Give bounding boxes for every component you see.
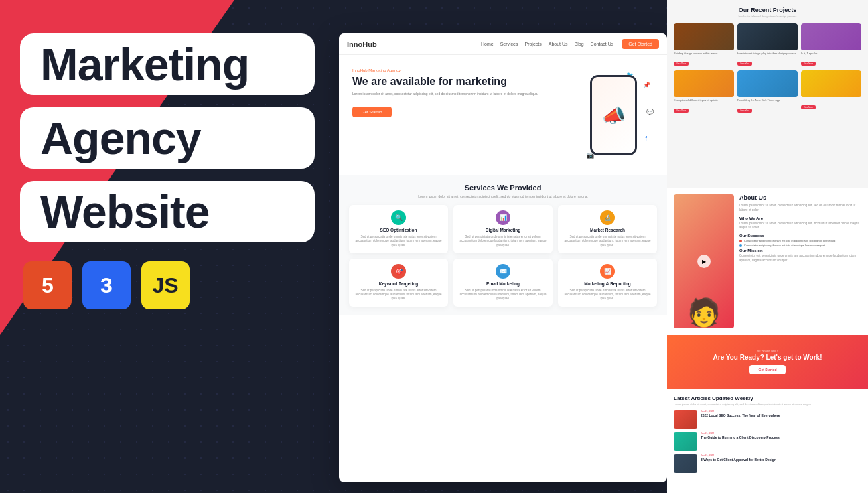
nav-about[interactable]: About Us — [549, 42, 568, 46]
seo-icon: 🔍 — [391, 210, 406, 225]
about-image: 🧑 ▶ — [674, 194, 734, 328]
about-text: About Us Lorem ipsum dolor sit amet, con… — [739, 194, 861, 328]
nav-home[interactable]: Home — [481, 42, 494, 46]
hero-description: Lorem ipsum dolor sit amet, consectetur … — [352, 92, 567, 97]
service-card-market: 🔬 Market Research Sed ut perspiciatis un… — [558, 205, 657, 253]
hero-text: InnoHub Marketing Agency We are availabl… — [352, 68, 567, 117]
article-title-1[interactable]: 2022 Local SEO Success: The Year of Ever… — [701, 413, 861, 418]
articles-subtitle: Lorem ipsum dolor sit amet, consectetur … — [674, 403, 861, 406]
nav-blog[interactable]: Blog — [575, 42, 584, 46]
service-market-desc: Sed ut perspiciatis unde omnis iste natu… — [563, 235, 652, 248]
email-icon: ✉️ — [496, 264, 510, 279]
pinterest-icon: 📌 — [643, 82, 650, 88]
article-title-2[interactable]: The Guide to Running a Client Discovery … — [701, 435, 861, 440]
service-seo-desc: Sed ut perspiciatis unde omnis iste natu… — [354, 235, 443, 248]
article-item-3: Jun 21, 2022 3 Ways to Get Client Approv… — [674, 454, 861, 473]
service-seo-name: SEO Optimization — [354, 228, 443, 232]
js-icon: JS — [141, 261, 190, 309]
service-card-keyword: 🎯 Keyword Targeting Sed ut perspiciatis … — [349, 259, 448, 307]
article-date-2: Jun 21, 2022 — [701, 432, 861, 435]
project-link-3[interactable]: View More — [801, 62, 816, 66]
cta-panel: So What is Next? Are You Ready? Let's ge… — [667, 335, 868, 389]
left-panel: Marketing Agency Website 5 3 JS — [20, 33, 315, 309]
success-item-2: Consectetur adipiscing thonam est toto e… — [739, 244, 861, 247]
market-icon: 🔬 — [600, 210, 615, 225]
cta-button[interactable]: Get Started — [749, 365, 786, 374]
services-section: Services We Provided Lorem ipsum dolor s… — [339, 175, 667, 315]
project-item-4: Examples of different types of sprints V… — [674, 70, 734, 114]
digital-icon: 📊 — [496, 210, 510, 225]
tech-icons-row: 5 3 JS — [20, 261, 315, 309]
articles-panel: Latest Articles Updated Weekly Lorem ips… — [667, 389, 868, 493]
keyword-icon: 🎯 — [391, 264, 406, 279]
project-img-2 — [737, 23, 798, 50]
mission-text: Consectetur est perspiciatis unde omnis … — [739, 254, 861, 263]
person-illustration: 🧑 — [687, 297, 721, 328]
project-caption-1: Building design process within teams — [674, 52, 734, 55]
nav-cta-button[interactable]: Get Started — [622, 39, 659, 49]
project-link-1[interactable]: View More — [674, 62, 689, 66]
phone-screen: 📣 — [592, 77, 635, 153]
project-caption-2: How internet brings play into their desi… — [737, 52, 798, 55]
service-reporting-desc: Sed ut perspiciatis unde omnis iste natu… — [563, 289, 652, 301]
article-info-2: Jun 21, 2022 The Guide to Running a Clie… — [701, 432, 861, 451]
project-link-4[interactable]: View More — [674, 109, 689, 113]
who-we-are-title: Who We Are — [739, 216, 861, 220]
success-text-1: Consectetur adipiscing thonam est toto e… — [744, 239, 835, 242]
project-caption-4: Examples of different types of sprints — [674, 98, 734, 102]
project-img-6 — [801, 70, 861, 97]
project-img-4 — [674, 70, 734, 97]
hero-badge: InnoHub Marketing Agency — [352, 68, 567, 72]
nav-services[interactable]: Services — [500, 42, 518, 46]
service-email-name: Email Marketing — [459, 281, 547, 286]
title-website: Website — [40, 189, 295, 234]
success-item-1: Consectetur adipiscing thonam est toto e… — [739, 239, 861, 242]
article-thumb-3 — [674, 454, 697, 473]
whatsapp-icon: 💬 — [646, 109, 654, 115]
article-title-3[interactable]: 3 Ways to Get Client Approval for Better… — [701, 457, 861, 462]
right-panel: InnoHub Home Services Projects About Us … — [319, 0, 868, 493]
nav-contact[interactable]: Contact Us — [591, 42, 614, 46]
nav-projects[interactable]: Projects — [524, 42, 541, 46]
article-date-1: Jun 21, 2022 — [701, 410, 861, 413]
article-info-3: Jun 21, 2022 3 Ways to Get Client Approv… — [701, 454, 861, 473]
project-link-2[interactable]: View More — [737, 62, 752, 66]
services-subtitle: Lorem ipsum dolor sit amet, consectetur … — [349, 194, 657, 198]
service-keyword-desc: Sed ut perspiciatis unde omnis iste natu… — [354, 289, 443, 301]
title-agency: Agency — [40, 115, 295, 161]
about-title: About Us — [739, 194, 861, 201]
reporting-icon: 📈 — [600, 264, 615, 279]
about-description: Lorem ipsum dolor sit amet, consectetur … — [739, 204, 861, 213]
nav-logo: InnoHub — [347, 40, 377, 48]
projects-subtitle: InnoHub's talented design team's design … — [674, 15, 861, 18]
services-grid: 🔍 SEO Optimization Sed ut perspiciatis u… — [349, 205, 657, 307]
phone-mockup: 📣 — [590, 75, 637, 155]
service-card-seo: 🔍 SEO Optimization Sed ut perspiciatis u… — [349, 205, 448, 253]
article-item-1: Jun 21, 2022 2022 Local SEO Success: The… — [674, 410, 861, 429]
hero-image: 🐦 📌 💬 f 📷 📣 — [573, 68, 654, 162]
project-img-1 — [674, 23, 734, 50]
article-info-1: Jun 21, 2022 2022 Local SEO Success: The… — [701, 410, 861, 429]
right-side-panels: Our Recent Projects InnoHub's talented d… — [667, 0, 868, 493]
project-link-6[interactable]: View More — [801, 105, 816, 109]
innohub-nav: InnoHub Home Services Projects About Us … — [339, 33, 667, 55]
cta-sublabel: So What is Next? — [757, 349, 778, 352]
project-item-1: Building design process within teams Vie… — [674, 23, 734, 67]
title-card-marketing: Marketing — [20, 33, 315, 95]
project-link-5[interactable]: View More — [737, 109, 752, 113]
hero-cta-button[interactable]: Get Started — [352, 107, 392, 117]
nav-links: Home Services Projects About Us Blog Con… — [481, 42, 613, 46]
css-icon: 3 — [82, 261, 131, 309]
play-button[interactable]: ▶ — [697, 255, 711, 268]
hero-section: InnoHub Marketing Agency We are availabl… — [339, 55, 667, 175]
article-thumb-1 — [674, 410, 697, 429]
project-item-2: How internet brings play into their desi… — [737, 23, 798, 67]
articles-title: Latest Articles Updated Weekly — [674, 395, 861, 401]
service-card-digital: 📊 Digital Marketing Sed ut perspiciatis … — [453, 205, 553, 253]
html-icon: 5 — [23, 261, 72, 309]
projects-title: Our Recent Projects — [674, 7, 861, 13]
service-card-reporting: 📈 Marketing & Reporting Sed ut perspicia… — [558, 259, 657, 307]
services-title: Services We Provided — [349, 184, 657, 192]
title-marketing: Marketing — [40, 42, 295, 87]
bullet-dot-2 — [739, 244, 742, 247]
